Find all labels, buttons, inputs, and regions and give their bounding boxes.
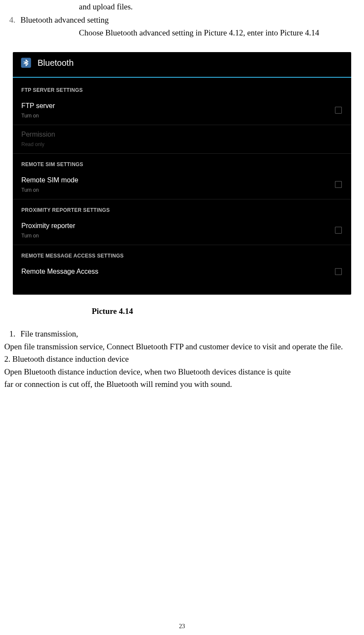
checkbox-icon[interactable] [335, 181, 342, 188]
page-number: 23 [0, 622, 364, 631]
row-label: Permission [21, 129, 55, 140]
settings-row-remote-message[interactable]: Remote Message Access [13, 262, 351, 282]
row-label: Remote SIM mode [21, 175, 78, 185]
list-number: 4. [8, 14, 15, 26]
intro-line-continuation: and upload files. [4, 1, 360, 13]
list-text: File transmission, [20, 328, 360, 340]
list-item-4: 4. Bluetooth advanced setting [8, 14, 360, 26]
row-sublabel: Turn on [21, 186, 78, 194]
list-text: Bluetooth advanced setting [20, 14, 360, 26]
section-header: PROXIMITY REPORTER SETTINGS [13, 199, 351, 217]
settings-row-proximity[interactable]: Proximity reporter Turn on [13, 217, 351, 245]
body-paragraph: 2. Bluetooth distance induction device [4, 353, 360, 366]
checkbox-icon[interactable] [335, 268, 342, 275]
body-paragraph: far or connection is cut off, the Blueto… [4, 378, 360, 391]
screenshot-body: FTP SERVER SETTINGS FTP server Turn on P… [13, 78, 351, 295]
figure-caption: Picture 4.14 [4, 305, 360, 318]
row-label: Remote Message Access [21, 266, 99, 277]
row-sublabel: Read only [21, 140, 55, 148]
row-label: Proximity reporter [21, 221, 75, 231]
body-paragraph: Open Bluetooth distance induction device… [4, 366, 360, 378]
screenshot-title: Bluetooth [38, 56, 74, 69]
settings-row-ftp-server[interactable]: FTP server Turn on [13, 97, 351, 125]
row-label: FTP server [21, 101, 55, 111]
body-paragraph: Open file transmission service, Connect … [4, 341, 360, 353]
section-header: REMOTE MESSAGE ACCESS SETTINGS [13, 245, 351, 262]
screenshot-header: Bluetooth [13, 52, 351, 78]
section-header: FTP SERVER SETTINGS [13, 79, 351, 97]
checkbox-icon[interactable] [335, 227, 342, 234]
settings-row-remote-sim[interactable]: Remote SIM mode Turn on [13, 171, 351, 199]
settings-row-permission: Permission Read only [13, 125, 351, 154]
bluetooth-icon [20, 56, 32, 69]
row-sublabel: Turn on [21, 232, 75, 240]
section-header: REMOTE SIM SETTINGS [13, 154, 351, 171]
bluetooth-settings-screenshot: Bluetooth FTP SERVER SETTINGS FTP server… [13, 52, 351, 295]
list-number: 1. [8, 328, 15, 340]
row-sublabel: Turn on [21, 112, 55, 120]
checkbox-icon[interactable] [335, 107, 342, 114]
list-item-1: 1. File transmission, [8, 328, 360, 340]
list-item-4-description: Choose Bluetooth advanced setting in Pic… [4, 27, 360, 39]
